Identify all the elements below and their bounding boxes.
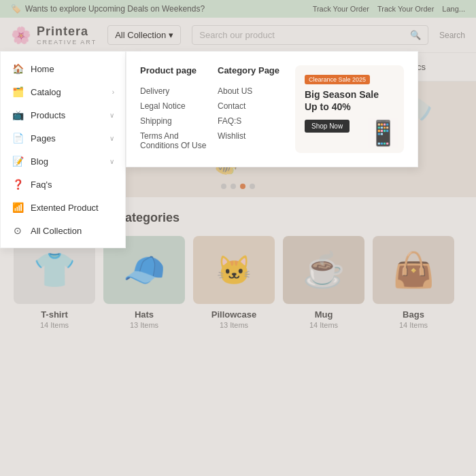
collection-label: All Collection — [115, 30, 166, 40]
sidebar-item-extended-product[interactable]: 📶 Extented Product — [1, 196, 125, 219]
search-bar[interactable]: Search our product 🔍 — [192, 25, 428, 45]
announcement-left: 🏷️ Wants to explore Upcoming Deals on We… — [11, 4, 205, 14]
dropdown-item-delivery[interactable]: Delivery — [140, 84, 218, 99]
track-order-link[interactable]: Track Your Order — [313, 5, 369, 13]
category-count-pillowcase: 13 Items — [220, 321, 248, 329]
sidebar-item-home[interactable]: 🏠 Home — [1, 57, 125, 80]
category-name-pillowcase: Pillowcase — [211, 309, 256, 320]
track-order-text[interactable]: Track Your Order — [377, 5, 434, 13]
dropdown-item-about[interactable]: About US — [218, 84, 295, 99]
logo-icon: 🌸 — [11, 26, 31, 45]
sidebar-item-products[interactable]: 📺 Products ∨ — [1, 103, 125, 126]
logo-sub: CREATIVE ART — [37, 39, 97, 46]
category-card-mug[interactable]: ☕ Mug 14 Items — [283, 236, 364, 329]
sidebar-item-faqs[interactable]: ❓ Faq's — [1, 173, 125, 196]
dropdown-item-shipping[interactable]: Shipping — [140, 114, 218, 129]
dropdown-col2-list: About US Contact FAQ:S Wishlist — [218, 84, 295, 143]
chevron-down-icon: ∨ — [109, 135, 114, 142]
category-img-mug: ☕ — [283, 236, 364, 304]
header: 🌸 Printera CREATIVE ART All Collection ▾… — [0, 18, 476, 53]
dropdown-product-page: Product page Delivery Legal Notice Shipp… — [140, 65, 218, 153]
collection-select[interactable]: All Collection ▾ — [107, 25, 181, 45]
logo-main: Printera — [37, 24, 97, 39]
category-name-tshirt: T-shirt — [41, 309, 68, 320]
tag-icon: 🏷️ — [11, 4, 21, 14]
collection-icon: ⊙ — [12, 225, 24, 236]
indicator-3[interactable] — [240, 184, 245, 189]
logo-text: Printera CREATIVE ART — [37, 24, 97, 46]
category-name-hats: Hats — [135, 309, 154, 320]
category-card-hats[interactable]: 🧢 Hats 13 Items — [103, 236, 185, 329]
hero-indicators — [221, 184, 255, 189]
category-card-bags[interactable]: 👜 Bags 14 Items — [373, 236, 454, 329]
category-count-tshirt: 14 Items — [40, 321, 69, 329]
blog-icon: 📝 — [12, 156, 24, 167]
dropdown-item-legal[interactable]: Legal Notice — [140, 99, 218, 114]
categories-row: 👕 T-shirt 14 Items 🧢 Hats 13 Items 🐱 Pil… — [14, 236, 462, 329]
dropdown-item-terms[interactable]: Terms And Conditions Of Use — [140, 129, 218, 153]
language-link[interactable]: Lang... — [442, 5, 465, 13]
chevron-down-icon: ∨ — [109, 112, 114, 119]
products-icon: 📺 — [12, 109, 24, 120]
extended-icon: 📶 — [12, 202, 24, 213]
phone-decoration: 📱 — [368, 119, 398, 148]
promo-tag: Clearance Sale 2025 — [305, 75, 370, 84]
logo[interactable]: 🌸 Printera CREATIVE ART — [11, 24, 97, 46]
dropdown-col1-heading: Product page — [140, 65, 218, 75]
dropdown-category-page: Category Page About US Contact FAQ:S Wis… — [218, 65, 295, 153]
dropdown-col2-heading: Category Page — [218, 65, 295, 75]
shop-now-button[interactable]: Shop Now — [305, 120, 350, 133]
dropdown-menu: Product page Delivery Legal Notice Shipp… — [126, 51, 418, 167]
search-label[interactable]: Search — [439, 31, 465, 40]
category-count-hats: 13 Items — [130, 321, 158, 329]
pages-icon: 📄 — [12, 133, 24, 143]
home-icon: 🏠 — [12, 63, 24, 74]
dropdown-col1-list: Delivery Legal Notice Shipping Terms And… — [140, 84, 218, 153]
indicator-4[interactable] — [250, 184, 255, 189]
faq-icon: ❓ — [12, 179, 24, 190]
search-placeholder: Search our product — [199, 30, 275, 40]
sidebar-item-blog[interactable]: 📝 Blog ∨ — [1, 150, 125, 173]
arrow-right-icon: › — [112, 88, 114, 96]
category-card-tshirt[interactable]: 👕 T-shirt 14 Items — [14, 236, 95, 329]
category-img-bags: 👜 — [373, 236, 454, 304]
promo-title: Big Season Sale Up to 40% — [305, 88, 379, 113]
sidebar-menu: 🏠 Home 🗂️ Catalog › 📺 Products ∨ 📄 Pages… — [0, 51, 126, 248]
dropdown-item-wishlist[interactable]: Wishlist — [218, 129, 295, 143]
category-name-bags: Bags — [403, 309, 424, 320]
announcement-bar: 🏷️ Wants to explore Upcoming Deals on We… — [0, 0, 476, 18]
category-name-mug: Mug — [315, 309, 333, 320]
category-count-bags: 14 Items — [399, 321, 428, 329]
chevron-down-icon: ▾ — [169, 30, 173, 40]
indicator-2[interactable] — [231, 184, 236, 189]
category-img-pillowcase: 🐱 — [193, 236, 275, 304]
category-card-pillowcase[interactable]: 🐱 Pillowcase 13 Items — [193, 236, 275, 329]
dropdown-item-faq[interactable]: FAQ:S — [218, 114, 295, 129]
category-count-mug: 14 Items — [309, 321, 338, 329]
chevron-down-icon: ∨ — [109, 158, 114, 165]
announcement-right: Track Your Order Track Your Order Lang..… — [313, 5, 465, 13]
sidebar-item-all-collection[interactable]: ⊙ All Collection — [1, 219, 125, 242]
catalog-icon: 🗂️ — [12, 86, 24, 97]
sidebar-item-catalog[interactable]: 🗂️ Catalog › — [1, 80, 125, 103]
dropdown-item-contact[interactable]: Contact — [218, 99, 295, 114]
search-icon[interactable]: 🔍 — [410, 30, 421, 40]
promo-box: Clearance Sale 2025 Big Season Sale Up t… — [295, 65, 404, 153]
announcement-text: Wants to explore Upcoming Deals on Weeke… — [25, 4, 205, 14]
sidebar-item-pages[interactable]: 📄 Pages ∨ — [1, 126, 125, 150]
indicator-1[interactable] — [221, 184, 226, 189]
